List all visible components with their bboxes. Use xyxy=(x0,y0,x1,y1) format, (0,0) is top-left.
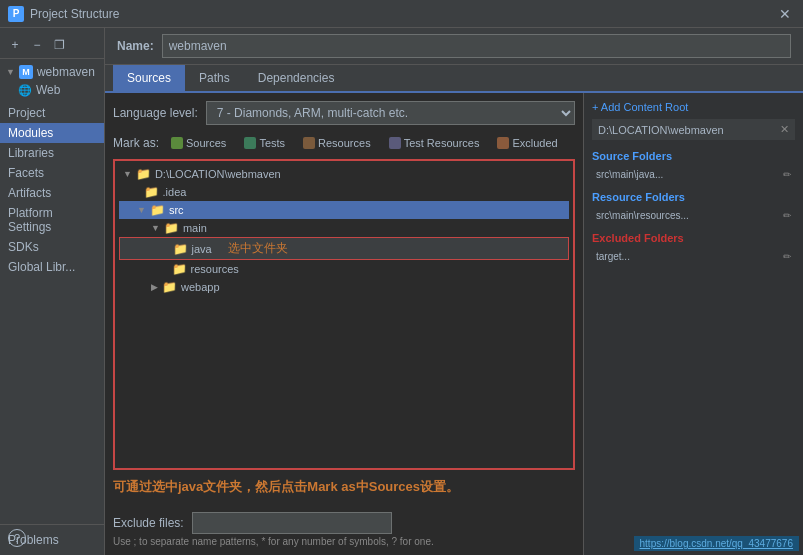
exclude-hint: Use ; to separate name patterns, * for a… xyxy=(113,536,575,547)
title-text: Project Structure xyxy=(30,7,775,21)
source-folder-edit-icon[interactable]: ✏ xyxy=(783,169,791,180)
sidebar-item-global-libs[interactable]: Global Libr... xyxy=(0,257,104,277)
web-icon: 🌐 xyxy=(18,84,32,97)
content-area: Name: Sources Paths Dependencies Languag… xyxy=(105,28,803,555)
module-sub-label: Web xyxy=(36,83,60,97)
annotation-main: 可通过选中java文件夹，然后点击Mark as中Sources设置。 xyxy=(113,479,459,494)
ftree-resources[interactable]: 📁 resources xyxy=(119,260,569,278)
tab-sources[interactable]: Sources xyxy=(113,65,185,93)
ftree-arrow-java xyxy=(166,244,169,254)
ftree-main[interactable]: ▼ 📁 main xyxy=(119,219,569,237)
language-level-label: Language level: xyxy=(113,106,198,120)
sidebar-item-sdks[interactable]: SDKs xyxy=(0,237,104,257)
ftree-arrow-webapp: ▶ xyxy=(151,282,158,292)
resources-color-icon xyxy=(303,137,315,149)
ftree-folder-icon-idea: 📁 xyxy=(144,185,159,199)
ftree-folder-icon-main: 📁 xyxy=(164,221,179,235)
exclude-files-input[interactable] xyxy=(192,512,392,534)
ftree-folder-icon-root: 📁 xyxy=(136,167,151,181)
mark-excluded-button[interactable]: Excluded xyxy=(491,135,563,151)
left-panel: Language level: 7 - Diamonds, ARM, multi… xyxy=(105,93,583,555)
ftree-arrow-root: ▼ xyxy=(123,169,132,179)
mark-sources-button[interactable]: Sources xyxy=(165,135,232,151)
file-tree-area: ▼ 📁 D:\LOCATION\webmaven 📁 .idea ▼ 📁 src xyxy=(113,159,575,470)
source-folders-title: Source Folders xyxy=(592,150,795,162)
copy-button[interactable]: ❐ xyxy=(50,36,68,54)
mark-as-label: Mark as: xyxy=(113,136,159,150)
sidebar-item-project[interactable]: Project xyxy=(0,103,104,123)
mark-resources-button[interactable]: Resources xyxy=(297,135,377,151)
test-resources-color-icon xyxy=(389,137,401,149)
sidebar-item-facets[interactable]: Facets xyxy=(0,163,104,183)
mark-tests-button[interactable]: Tests xyxy=(238,135,291,151)
ftree-webapp[interactable]: ▶ 📁 webapp xyxy=(119,278,569,296)
remove-content-root-button[interactable]: ✕ xyxy=(780,123,789,136)
remove-button[interactable]: − xyxy=(28,36,46,54)
source-folder-path: src\main\java... xyxy=(596,169,663,180)
sidebar-item-platform[interactable]: Platform Settings xyxy=(0,203,104,237)
module-icon: M xyxy=(19,65,33,79)
java-annotation: 选中文件夹 xyxy=(228,240,288,257)
mark-sources-label: Sources xyxy=(186,137,226,149)
panels-row: Language level: 7 - Diamonds, ARM, multi… xyxy=(105,93,803,555)
ftree-arrow-resources xyxy=(165,264,168,274)
content-root-path-label: D:\LOCATION\webmaven xyxy=(598,124,724,136)
language-level-select[interactable]: 7 - Diamonds, ARM, multi-catch etc. xyxy=(206,101,575,125)
excluded-folder-path: target... xyxy=(596,251,630,262)
add-content-root-button[interactable]: + Add Content Root xyxy=(592,101,688,113)
excluded-folder-edit-icon[interactable]: ✏ xyxy=(783,251,791,262)
sidebar-menu: Project Modules Libraries Facets Artifac… xyxy=(0,99,104,281)
mark-test-resources-button[interactable]: Test Resources xyxy=(383,135,486,151)
resource-folder-edit-icon[interactable]: ✏ xyxy=(783,210,791,221)
source-folder-row: src\main\java... ✏ xyxy=(592,168,795,181)
app-icon: P xyxy=(8,6,24,22)
ftree-webapp-label: webapp xyxy=(181,281,220,293)
language-level-row: Language level: 7 - Diamonds, ARM, multi… xyxy=(113,101,575,125)
exclude-label: Exclude files: xyxy=(113,516,184,530)
title-bar: P Project Structure ✕ xyxy=(0,0,803,28)
tab-dependencies[interactable]: Dependencies xyxy=(244,65,349,93)
ftree-main-label: main xyxy=(183,222,207,234)
resource-folder-path: src\main\resources... xyxy=(596,210,689,221)
ftree-idea[interactable]: 📁 .idea xyxy=(119,183,569,201)
ftree-folder-icon-java: 📁 xyxy=(173,242,188,256)
mark-as-row: Mark as: Sources Tests Resources xyxy=(113,135,575,151)
ftree-src[interactable]: ▼ 📁 src xyxy=(119,201,569,219)
annotation-text: 可通过选中java文件夹，然后点击Mark as中Sources设置。 xyxy=(113,478,575,496)
tests-color-icon xyxy=(244,137,256,149)
module-tree-root[interactable]: ▼ M webmaven xyxy=(0,63,104,81)
resource-folder-row: src\main\resources... ✏ xyxy=(592,209,795,222)
tabs-row: Sources Paths Dependencies xyxy=(105,65,803,93)
help-button[interactable]: ? xyxy=(8,529,26,547)
sidebar-item-modules[interactable]: Modules xyxy=(0,123,104,143)
ftree-idea-label: .idea xyxy=(163,186,187,198)
name-label: Name: xyxy=(117,39,154,53)
mark-excluded-label: Excluded xyxy=(512,137,557,149)
resource-folders-title: Resource Folders xyxy=(592,191,795,203)
module-root-label: webmaven xyxy=(37,65,95,79)
sidebar-toolbar: + − ❐ xyxy=(0,32,104,59)
mark-resources-label: Resources xyxy=(318,137,371,149)
sources-color-icon xyxy=(171,137,183,149)
ftree-src-label: src xyxy=(169,204,184,216)
module-sub-item[interactable]: 🌐 Web xyxy=(0,81,104,99)
sidebar-item-libraries[interactable]: Libraries xyxy=(0,143,104,163)
tab-paths[interactable]: Paths xyxy=(185,65,244,93)
excluded-folder-row: target... ✏ xyxy=(592,250,795,263)
excluded-folders-title: Excluded Folders xyxy=(592,232,795,244)
exclude-row: Exclude files: xyxy=(113,512,575,534)
sidebar-item-artifacts[interactable]: Artifacts xyxy=(0,183,104,203)
mark-test-resources-label: Test Resources xyxy=(404,137,480,149)
ftree-root[interactable]: ▼ 📁 D:\LOCATION\webmaven xyxy=(119,165,569,183)
ftree-folder-icon-webapp: 📁 xyxy=(162,280,177,294)
url-bar: https://blog.csdn.net/qq_43477676 xyxy=(634,536,799,551)
sidebar: + − ❐ ▼ M webmaven 🌐 Web Project Modules… xyxy=(0,28,105,555)
ftree-java[interactable]: 📁 java 选中文件夹 xyxy=(119,237,569,260)
close-button[interactable]: ✕ xyxy=(775,6,795,22)
module-name-input[interactable] xyxy=(162,34,791,58)
ftree-folder-icon-src: 📁 xyxy=(150,203,165,217)
excluded-color-icon xyxy=(497,137,509,149)
main-layout: + − ❐ ▼ M webmaven 🌐 Web Project Modules… xyxy=(0,28,803,555)
add-button[interactable]: + xyxy=(6,36,24,54)
module-name-row: Name: xyxy=(105,28,803,65)
